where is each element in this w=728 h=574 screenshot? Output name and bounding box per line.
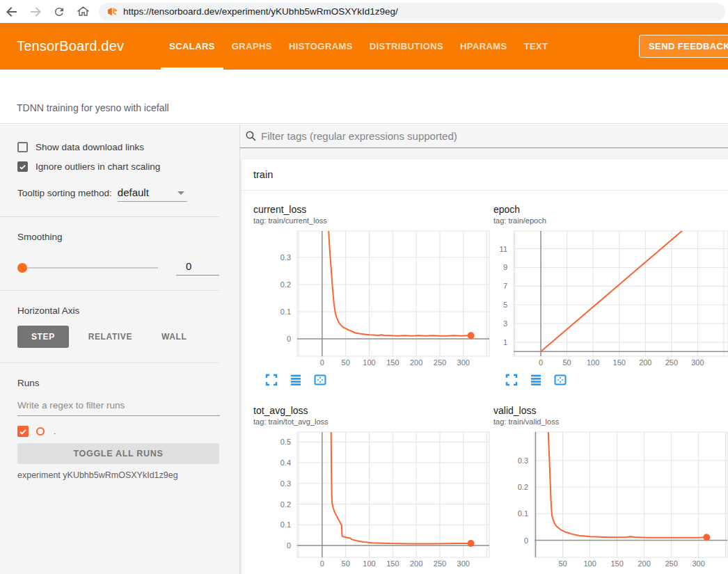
svg-text:200: 200 bbox=[638, 559, 650, 568]
chart-toolbar bbox=[265, 374, 493, 386]
run-name: . bbox=[54, 426, 56, 436]
svg-text:1: 1 bbox=[503, 338, 507, 346]
run-checkbox[interactable] bbox=[17, 426, 29, 437]
svg-text:300: 300 bbox=[457, 559, 470, 568]
run-row: . bbox=[17, 426, 239, 437]
toggle-all-runs-button[interactable]: TOGGLE ALL RUNS bbox=[17, 443, 219, 464]
chart-canvas[interactable]: 5010015020025030000.10.20.3 bbox=[493, 429, 728, 568]
chart-epoch: epochtag: train/epoch0501001502002503001… bbox=[493, 203, 728, 404]
chart-title: tot_avg_loss bbox=[253, 404, 493, 417]
chart-canvas[interactable]: 0501001502002503001357911 bbox=[493, 228, 728, 367]
fit-data-icon bbox=[554, 374, 567, 386]
wall-axis-button[interactable]: WALL bbox=[152, 326, 196, 348]
browser-toolbar: https://tensorboard.dev/experiment/yKUbh… bbox=[0, 0, 728, 23]
divider bbox=[0, 362, 219, 363]
tab-graphs[interactable]: GRAPHS bbox=[223, 23, 280, 70]
expand-chart-button[interactable] bbox=[505, 374, 518, 386]
chart-canvas[interactable]: 05010015020025030000.10.20.30.40.5 bbox=[253, 429, 490, 568]
experiment-title: TDNN training for yesno with icefall bbox=[17, 102, 169, 113]
tooltip-sorting-label: Tooltip sorting method: bbox=[17, 188, 112, 198]
charts-grid: current_losstag: train/current_loss05010… bbox=[242, 191, 728, 574]
log-scale-icon bbox=[290, 374, 302, 386]
tab-hparams[interactable]: HPARAMS bbox=[452, 23, 516, 70]
fit-domain-button[interactable] bbox=[554, 374, 567, 386]
tab-scalars[interactable]: SCALARS bbox=[161, 23, 223, 70]
back-button[interactable] bbox=[0, 2, 24, 22]
runs-filter-input[interactable] bbox=[17, 397, 220, 416]
reload-button[interactable] bbox=[47, 2, 71, 22]
tag-group-header[interactable]: train bbox=[242, 159, 728, 191]
smoothing-slider-thumb[interactable] bbox=[17, 263, 27, 273]
svg-text:200: 200 bbox=[410, 358, 422, 367]
log-scale-button[interactable] bbox=[530, 374, 542, 386]
svg-text:100: 100 bbox=[363, 358, 375, 367]
main-panel: train current_losstag: train/current_los… bbox=[240, 125, 728, 574]
smoothing-value-field[interactable]: 0 bbox=[176, 260, 219, 276]
forward-button[interactable] bbox=[24, 2, 47, 22]
chart-title: valid_loss bbox=[493, 404, 728, 417]
svg-text:0: 0 bbox=[524, 536, 528, 545]
app-header: TensorBoard.dev SCALARSGRAPHSHISTOGRAMSD… bbox=[0, 23, 728, 70]
smoothing-slider[interactable] bbox=[17, 267, 158, 269]
filter-tags-input[interactable] bbox=[261, 130, 679, 142]
home-icon bbox=[77, 5, 90, 18]
url-text: https://tensorboard.dev/experiment/yKUbh… bbox=[123, 6, 398, 17]
runs-label: Runs bbox=[17, 378, 239, 388]
svg-text:50: 50 bbox=[562, 358, 571, 367]
experiment-title-bar: TDNN training for yesno with icefall bbox=[0, 70, 728, 124]
svg-text:250: 250 bbox=[434, 358, 446, 367]
svg-text:100: 100 bbox=[583, 559, 596, 568]
horizontal-axis-label: Horizontal Axis bbox=[17, 305, 239, 316]
home-button[interactable] bbox=[71, 2, 95, 22]
log-scale-button[interactable] bbox=[290, 374, 302, 386]
app-logo: TensorBoard.dev bbox=[17, 38, 124, 54]
svg-text:0.3: 0.3 bbox=[280, 479, 291, 488]
svg-text:0: 0 bbox=[320, 358, 324, 367]
show-download-links-label: Show data download links bbox=[35, 142, 144, 152]
svg-text:150: 150 bbox=[386, 358, 399, 367]
send-feedback-button[interactable]: SEND FEEDBACK bbox=[639, 35, 728, 58]
svg-text:0: 0 bbox=[320, 559, 324, 568]
fit-data-icon bbox=[314, 374, 326, 386]
tab-histograms[interactable]: HISTOGRAMS bbox=[280, 23, 361, 70]
svg-text:300: 300 bbox=[692, 559, 704, 568]
tab-distributions[interactable]: DISTRIBUTIONS bbox=[361, 23, 452, 70]
svg-text:0.1: 0.1 bbox=[518, 509, 528, 518]
tag-group-label: train bbox=[253, 169, 273, 180]
svg-text:0.3: 0.3 bbox=[280, 253, 291, 262]
svg-text:0.5: 0.5 bbox=[280, 438, 291, 446]
svg-text:150: 150 bbox=[610, 559, 623, 568]
svg-text:50: 50 bbox=[558, 559, 567, 568]
chart-canvas[interactable]: 05010015020025030000.10.20.3 bbox=[253, 228, 490, 367]
svg-text:0.1: 0.1 bbox=[280, 308, 291, 316]
svg-text:300: 300 bbox=[691, 358, 704, 367]
svg-text:250: 250 bbox=[665, 358, 678, 367]
step-axis-button[interactable]: STEP bbox=[17, 326, 69, 348]
svg-text:3: 3 bbox=[503, 319, 507, 328]
tag-group-card: train current_losstag: train/current_los… bbox=[242, 159, 728, 574]
chart-tag: tag: train/valid_loss bbox=[493, 417, 728, 427]
svg-text:11: 11 bbox=[500, 245, 507, 253]
ignore-outliers-checkbox[interactable] bbox=[17, 161, 28, 172]
svg-text:50: 50 bbox=[342, 358, 350, 367]
svg-text:0.4: 0.4 bbox=[280, 459, 291, 467]
svg-text:0.2: 0.2 bbox=[280, 500, 291, 509]
tooltip-sorting-select[interactable]: default bbox=[118, 186, 187, 202]
svg-text:250: 250 bbox=[665, 559, 677, 568]
svg-text:5: 5 bbox=[503, 301, 507, 309]
show-download-links-checkbox[interactable] bbox=[17, 142, 28, 152]
relative-axis-button[interactable]: RELATIVE bbox=[79, 326, 142, 348]
chart-toolbar bbox=[505, 374, 728, 386]
address-bar[interactable]: https://tensorboard.dev/experiment/yKUbh… bbox=[99, 3, 725, 21]
ignore-outliers-label: Ignore outliers in chart scaling bbox=[35, 161, 160, 172]
svg-text:0.1: 0.1 bbox=[280, 520, 291, 529]
experiment-id-label: experiment yKUbhb5wRmOSXYkId1z9eg bbox=[17, 470, 239, 480]
chart-title: current_loss bbox=[253, 203, 493, 216]
tag-filter-row bbox=[240, 125, 728, 148]
divider bbox=[0, 216, 219, 217]
expand-chart-button[interactable] bbox=[265, 374, 278, 386]
tab-text[interactable]: TEXT bbox=[516, 23, 557, 70]
fit-domain-button[interactable] bbox=[314, 374, 326, 386]
chart-tag: tag: train/epoch bbox=[493, 216, 728, 226]
svg-text:100: 100 bbox=[363, 559, 375, 568]
